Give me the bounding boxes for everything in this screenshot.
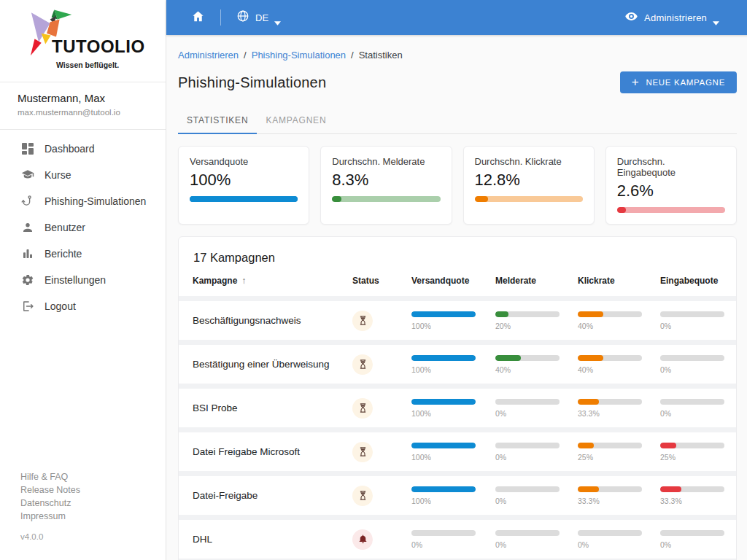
metric-cell: 0% xyxy=(578,530,660,549)
table-row[interactable]: Beschäftigungsnachweis 100% xyxy=(179,301,736,340)
sidebar-footer-link[interactable]: Impressum xyxy=(20,510,166,523)
table-header-row: Kampagne ↑ Status Versandquote Melderate… xyxy=(179,276,736,296)
metric-value: 0% xyxy=(660,409,724,418)
stat-card-label: Durchschn. Melderate xyxy=(332,156,440,167)
sidebar-item-phishing-simulationen[interactable]: Phishing-Simulationen xyxy=(0,188,166,214)
breadcrumb-separator: / xyxy=(244,50,247,61)
home-icon xyxy=(191,9,205,26)
user-icon xyxy=(20,221,34,235)
status-cell xyxy=(352,311,411,331)
progress-bar xyxy=(411,311,476,317)
sidebar-item-label: Benutzer xyxy=(44,222,85,233)
metric-value: 0% xyxy=(578,540,660,549)
sidebar-item-einstellungen[interactable]: Einstellungen xyxy=(0,267,166,293)
user-name: Mustermann, Max xyxy=(18,92,154,104)
progress-bar xyxy=(495,443,560,448)
sidebar-footer-link[interactable]: Release Notes xyxy=(20,483,166,497)
table-row[interactable]: Bestätigung einer Überweisung 100% xyxy=(179,345,736,384)
status-cell xyxy=(352,442,411,462)
sidebar: TUTOOLIO Wissen beflügelt. Mustermann, M… xyxy=(0,0,166,560)
language-menu[interactable]: DE xyxy=(236,9,281,26)
metric-value: 0% xyxy=(495,540,578,549)
metric-value: 33.3% xyxy=(578,497,660,505)
progress-bar-fill xyxy=(578,486,599,492)
progress-bar xyxy=(495,355,560,361)
progress-bar xyxy=(660,399,724,405)
campaign-name: DHL xyxy=(193,534,352,545)
chevron-down-icon xyxy=(274,15,281,20)
sidebar-footer-link[interactable]: Datenschutz xyxy=(20,497,166,510)
status-cell xyxy=(352,398,411,419)
progress-bar xyxy=(411,399,476,405)
campaign-name: Beschäftigungsnachweis xyxy=(193,315,352,326)
metric-cell: 0% xyxy=(495,486,578,505)
progress-bar xyxy=(578,486,642,492)
school-icon xyxy=(20,168,34,182)
breadcrumb-item[interactable]: Administrieren xyxy=(178,50,239,61)
column-header-metric: Eingabequote xyxy=(660,276,724,286)
breadcrumb-item[interactable]: Phishing-Simulationen xyxy=(252,50,346,61)
progress-bar xyxy=(660,530,724,536)
brand-logo[interactable]: TUTOOLIO Wissen beflügelt. xyxy=(0,0,166,82)
metric-cell: 100% xyxy=(411,486,495,505)
new-campaign-button[interactable]: + NEUE KAMPAGNE xyxy=(620,71,737,93)
sidebar-footer-link[interactable]: Hilfe & FAQ xyxy=(20,470,166,483)
progress-bar xyxy=(578,355,642,361)
breadcrumb: Administrieren/Phishing-Simulationen/Sta… xyxy=(178,50,737,61)
bell-icon xyxy=(352,529,373,550)
progress-bar-fill xyxy=(411,355,476,361)
app-version: v4.0.0 xyxy=(20,532,166,541)
progress-bar xyxy=(411,443,476,448)
metric-value: 25% xyxy=(578,453,660,462)
topbar: DE Administrieren xyxy=(166,0,747,35)
eye-icon xyxy=(624,9,638,26)
progress-bar-fill xyxy=(475,196,489,202)
tab-kampagnen[interactable]: KAMPAGNEN xyxy=(257,109,335,134)
sidebar-item-logout[interactable]: Logout xyxy=(0,293,166,319)
progress-bar xyxy=(411,355,476,361)
table-row[interactable]: Datei-Freigabe 100% xyxy=(179,476,736,515)
sidebar-item-benutzer[interactable]: Benutzer xyxy=(0,214,166,241)
user-email: max.mustermann@tutool.io xyxy=(18,108,154,117)
admin-menu[interactable]: Administrieren xyxy=(624,9,719,26)
table-row[interactable]: Datei Freigabe Microsoft 100% xyxy=(179,432,736,471)
metric-value: 0% xyxy=(660,322,724,330)
progress-bar-fill xyxy=(578,399,599,405)
metric-cell: 20% xyxy=(495,311,578,330)
column-header-kampagne[interactable]: Kampagne ↑ xyxy=(193,276,352,286)
sidebar-item-kurse[interactable]: Kurse xyxy=(0,162,166,188)
campaign-name: Bestätigung einer Überweisung xyxy=(193,359,352,370)
metric-cell: 0% xyxy=(495,443,578,462)
progress-bar xyxy=(495,530,560,536)
progress-bar-fill xyxy=(495,355,521,361)
metric-cell: 0% xyxy=(660,399,724,418)
sidebar-nav: Dashboard Kurse Phishing-Simulationen Be… xyxy=(0,130,166,319)
metric-cell: 40% xyxy=(578,311,660,330)
tab-statistiken[interactable]: STATISTIKEN xyxy=(178,109,257,134)
sidebar-footer: Hilfe & FAQ Release Notes Datenschutz Im… xyxy=(0,470,166,560)
sidebar-item-label: Kurse xyxy=(44,169,71,181)
sort-ascending-icon: ↑ xyxy=(241,276,246,286)
progress-bar xyxy=(495,486,560,492)
sidebar-item-label: Einstellungen xyxy=(44,274,106,286)
sidebar-item-dashboard[interactable]: Dashboard xyxy=(0,136,166,162)
metric-cell: 100% xyxy=(411,399,495,418)
language-label: DE xyxy=(255,12,268,23)
status-cell xyxy=(352,354,411,375)
stat-card: Durchschn. Klickrate 12.8% xyxy=(463,146,595,225)
breadcrumb-separator: / xyxy=(351,50,354,61)
metric-cell: 40% xyxy=(578,355,660,374)
tab-bar: STATISTIKEN KAMPAGNEN xyxy=(178,109,737,134)
metric-value: 40% xyxy=(578,322,660,330)
home-button[interactable] xyxy=(191,9,205,26)
table-row[interactable]: DHL 0% xyxy=(179,520,736,559)
progress-bar xyxy=(411,486,476,492)
hourglass-icon xyxy=(352,486,373,506)
metric-value: 20% xyxy=(495,322,578,330)
topbar-divider xyxy=(220,9,221,26)
metric-cell: 0% xyxy=(411,530,495,549)
table-row[interactable]: BSI Probe 100% xyxy=(179,389,736,427)
metric-value: 0% xyxy=(495,453,578,462)
sidebar-item-berichte[interactable]: Berichte xyxy=(0,241,166,267)
metric-value: 100% xyxy=(411,497,495,505)
